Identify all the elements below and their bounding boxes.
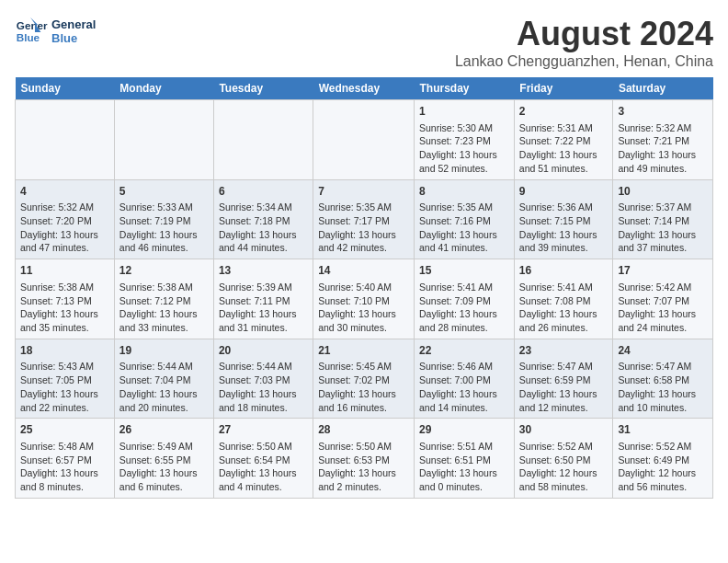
calendar-cell: 23Sunrise: 5:47 AMSunset: 6:59 PMDayligh… — [514, 339, 613, 419]
calendar-cell: 12Sunrise: 5:38 AMSunset: 7:12 PMDayligh… — [114, 259, 213, 339]
day-number: 21 — [318, 343, 409, 359]
day-number: 25 — [20, 422, 109, 438]
calendar-cell: 21Sunrise: 5:45 AMSunset: 7:02 PMDayligh… — [313, 339, 415, 419]
day-info: Daylight: 12 hours and 58 minutes. — [519, 466, 609, 493]
svg-text:General: General — [17, 19, 48, 31]
logo: General Blue General Blue — [15, 15, 96, 48]
day-info: Daylight: 13 hours and 22 minutes. — [20, 387, 109, 414]
day-info: Sunset: 7:09 PM — [419, 294, 509, 308]
day-info: Sunset: 7:03 PM — [219, 373, 308, 387]
calendar-cell: 30Sunrise: 5:52 AMSunset: 6:50 PMDayligh… — [514, 419, 613, 499]
subtitle: Lankao Chengguanzhen, Henan, China — [455, 53, 713, 70]
day-info: Daylight: 13 hours and 6 minutes. — [119, 466, 209, 493]
day-info: Daylight: 13 hours and 42 minutes. — [318, 228, 409, 255]
day-info: Daylight: 12 hours and 56 minutes. — [618, 466, 708, 493]
day-info: Daylight: 13 hours and 52 minutes. — [419, 148, 509, 175]
day-info: Sunset: 6:54 PM — [219, 454, 308, 467]
day-number: 5 — [119, 184, 209, 200]
week-row-3: 18Sunrise: 5:43 AMSunset: 7:05 PMDayligh… — [16, 339, 713, 419]
day-info: Sunrise: 5:50 AM — [219, 440, 308, 454]
calendar-cell: 5Sunrise: 5:33 AMSunset: 7:19 PMDaylight… — [114, 179, 213, 259]
day-number: 12 — [119, 263, 209, 279]
day-info: Sunset: 7:19 PM — [119, 214, 209, 228]
col-header-saturday: Saturday — [613, 77, 713, 100]
calendar-cell: 11Sunrise: 5:38 AMSunset: 7:13 PMDayligh… — [16, 259, 115, 339]
calendar-body: 1Sunrise: 5:30 AMSunset: 7:23 PMDaylight… — [16, 100, 713, 499]
calendar-cell: 19Sunrise: 5:44 AMSunset: 7:04 PMDayligh… — [114, 339, 213, 419]
day-info: Sunset: 7:20 PM — [20, 214, 109, 228]
col-header-friday: Friday — [514, 77, 613, 100]
day-info: Sunset: 7:11 PM — [219, 294, 308, 308]
day-info: Sunrise: 5:38 AM — [20, 281, 109, 294]
calendar-cell: 10Sunrise: 5:37 AMSunset: 7:14 PMDayligh… — [613, 179, 713, 259]
day-info: Sunrise: 5:41 AM — [419, 281, 509, 294]
day-info: Daylight: 13 hours and 20 minutes. — [119, 387, 209, 414]
day-info: Sunset: 6:50 PM — [519, 454, 609, 467]
day-info: Daylight: 13 hours and 26 minutes. — [519, 307, 609, 334]
day-info: Sunrise: 5:30 AM — [419, 121, 509, 135]
day-number: 26 — [119, 422, 209, 438]
day-number: 2 — [519, 104, 609, 120]
day-number: 16 — [519, 263, 609, 279]
calendar-cell: 4Sunrise: 5:32 AMSunset: 7:20 PMDaylight… — [16, 179, 115, 259]
day-info: Sunset: 6:49 PM — [618, 454, 708, 467]
calendar-cell: 26Sunrise: 5:49 AMSunset: 6:55 PMDayligh… — [114, 419, 213, 499]
day-info: Sunrise: 5:37 AM — [618, 201, 708, 214]
day-info: Sunset: 6:51 PM — [419, 454, 509, 467]
day-info: Daylight: 13 hours and 35 minutes. — [20, 307, 109, 334]
day-info: Sunrise: 5:44 AM — [219, 360, 308, 373]
day-info: Sunset: 7:08 PM — [519, 294, 609, 308]
day-info: Sunset: 6:59 PM — [519, 373, 609, 387]
day-info: Sunset: 7:02 PM — [318, 373, 409, 387]
day-info: Sunrise: 5:35 AM — [318, 201, 409, 214]
day-info: Sunrise: 5:33 AM — [119, 201, 209, 214]
day-info: Daylight: 13 hours and 2 minutes. — [318, 466, 409, 493]
day-number: 7 — [318, 184, 409, 200]
day-number: 29 — [419, 422, 509, 438]
day-info: Sunrise: 5:44 AM — [119, 360, 209, 373]
week-row-0: 1Sunrise: 5:30 AMSunset: 7:23 PMDaylight… — [16, 100, 713, 180]
calendar-cell: 16Sunrise: 5:41 AMSunset: 7:08 PMDayligh… — [514, 259, 613, 339]
calendar-cell: 27Sunrise: 5:50 AMSunset: 6:54 PMDayligh… — [213, 419, 313, 499]
day-number: 30 — [519, 422, 609, 438]
calendar-cell — [213, 100, 313, 180]
day-info: Daylight: 13 hours and 44 minutes. — [219, 228, 308, 255]
day-info: Sunset: 7:13 PM — [20, 294, 109, 308]
col-header-monday: Monday — [114, 77, 213, 100]
day-info: Daylight: 13 hours and 18 minutes. — [219, 387, 308, 414]
day-info: Sunrise: 5:45 AM — [318, 360, 409, 373]
calendar-cell: 20Sunrise: 5:44 AMSunset: 7:03 PMDayligh… — [213, 339, 313, 419]
day-number: 3 — [618, 104, 708, 120]
day-info: Daylight: 13 hours and 46 minutes. — [119, 228, 209, 255]
calendar-cell: 14Sunrise: 5:40 AMSunset: 7:10 PMDayligh… — [313, 259, 415, 339]
day-number: 20 — [219, 343, 308, 359]
calendar-cell: 29Sunrise: 5:51 AMSunset: 6:51 PMDayligh… — [415, 419, 515, 499]
day-number: 17 — [618, 263, 708, 279]
day-info: Sunrise: 5:47 AM — [618, 360, 708, 373]
calendar-cell: 15Sunrise: 5:41 AMSunset: 7:09 PMDayligh… — [415, 259, 515, 339]
day-number: 6 — [219, 184, 308, 200]
day-number: 27 — [219, 422, 308, 438]
day-number: 19 — [119, 343, 209, 359]
calendar-cell: 18Sunrise: 5:43 AMSunset: 7:05 PMDayligh… — [16, 339, 115, 419]
day-number: 10 — [618, 184, 708, 200]
day-info: Sunrise: 5:31 AM — [519, 121, 609, 135]
day-info: Daylight: 13 hours and 24 minutes. — [618, 307, 708, 334]
day-info: Sunset: 7:22 PM — [519, 134, 609, 148]
day-info: Daylight: 13 hours and 33 minutes. — [119, 307, 209, 334]
day-number: 14 — [318, 263, 409, 279]
calendar-cell: 2Sunrise: 5:31 AMSunset: 7:22 PMDaylight… — [514, 100, 613, 180]
day-info: Daylight: 13 hours and 28 minutes. — [419, 307, 509, 334]
day-info: Sunset: 7:07 PM — [618, 294, 708, 308]
day-info: Sunrise: 5:46 AM — [419, 360, 509, 373]
calendar-cell: 17Sunrise: 5:42 AMSunset: 7:07 PMDayligh… — [613, 259, 713, 339]
calendar-cell — [16, 100, 115, 180]
day-info: Daylight: 13 hours and 49 minutes. — [618, 148, 708, 175]
header: General Blue General Blue August 2024 La… — [15, 15, 713, 70]
day-info: Sunrise: 5:42 AM — [618, 281, 708, 294]
day-info: Sunrise: 5:49 AM — [119, 440, 209, 454]
logo-icon: General Blue — [15, 15, 48, 48]
day-info: Sunrise: 5:32 AM — [20, 201, 109, 214]
day-info: Daylight: 13 hours and 30 minutes. — [318, 307, 409, 334]
day-info: Daylight: 13 hours and 51 minutes. — [519, 148, 609, 175]
